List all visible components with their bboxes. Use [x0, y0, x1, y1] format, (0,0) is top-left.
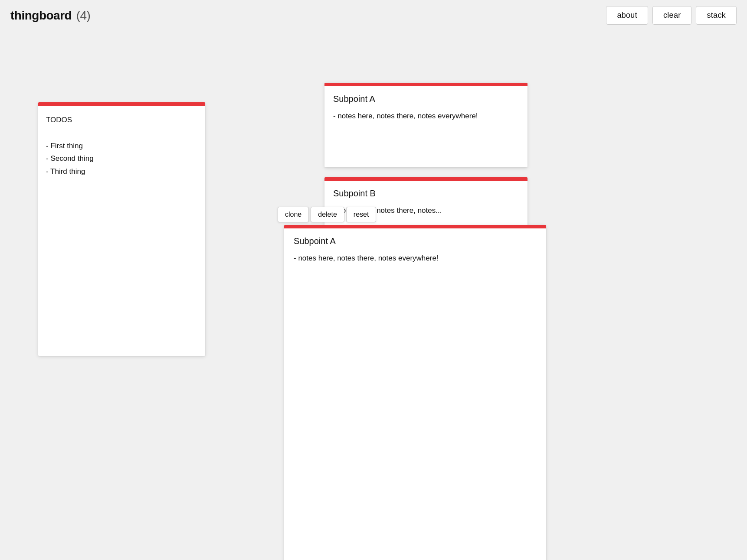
subpoint-a-content: Subpoint A - notes here, notes there, no…	[324, 86, 527, 167]
stack-button[interactable]: stack	[696, 6, 737, 25]
card-accent-bar	[284, 225, 546, 228]
card-title: Subpoint A	[294, 236, 537, 246]
context-menu: clone delete reset	[278, 207, 376, 222]
card-title: Subpoint B	[333, 189, 519, 199]
card-body: - notes here, notes there, notes everywh…	[294, 252, 537, 265]
app-header: thingboard (4) about clear stack	[0, 0, 747, 31]
todos-card: TODOS - First thing - Second thing - Thi…	[38, 102, 205, 356]
subpoint-a2-content: Subpoint A - notes here, notes there, no…	[284, 228, 546, 560]
header-buttons: about clear stack	[606, 6, 737, 25]
canvas: TODOS - First thing - Second thing - Thi…	[0, 31, 747, 560]
about-button[interactable]: about	[606, 6, 648, 25]
delete-button[interactable]: delete	[311, 207, 344, 222]
todos-textarea[interactable]: TODOS - First thing - Second thing - Thi…	[38, 106, 205, 356]
subpoint-a-card: Subpoint A - notes here, notes there, no…	[324, 83, 527, 167]
clear-button[interactable]: clear	[652, 6, 692, 25]
item-count: (4)	[76, 9, 91, 22]
title-text: thingboard	[10, 9, 72, 22]
card-accent-bar	[324, 83, 527, 86]
reset-button[interactable]: reset	[346, 207, 377, 222]
app-title: thingboard (4)	[10, 9, 90, 23]
card-body: - notes here, notes there, notes everywh…	[333, 110, 519, 123]
clone-button[interactable]: clone	[278, 207, 309, 222]
card-title: Subpoint A	[333, 94, 519, 104]
card-accent-bar	[324, 177, 527, 181]
card-accent-bar	[38, 102, 205, 106]
subpoint-a2-card: Subpoint A - notes here, notes there, no…	[284, 225, 546, 560]
